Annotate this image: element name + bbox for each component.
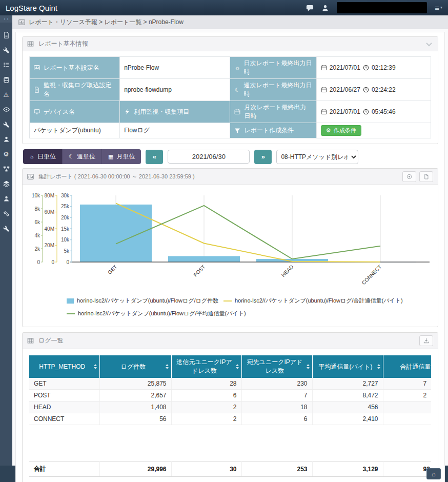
svg-text:0: 0 bbox=[37, 259, 40, 265]
svg-text:10k: 10k bbox=[32, 193, 40, 198]
sidebar-item-users[interactable] bbox=[0, 132, 12, 147]
alert-triangle-icon: ⚠ bbox=[4, 92, 9, 98]
table-cell bbox=[383, 413, 431, 425]
calendar-icon bbox=[321, 87, 327, 93]
sort-icon bbox=[94, 364, 97, 369]
sidebar-item-monitoring-eye[interactable] bbox=[0, 102, 12, 117]
weekly-unit-button[interactable]: ☾週単位 bbox=[62, 149, 101, 164]
sort-icon bbox=[377, 364, 380, 369]
column-header-3[interactable]: 宛先ユニークIPアドレス数 bbox=[241, 355, 312, 378]
svg-text:15k: 15k bbox=[61, 226, 70, 232]
total-cell: 3,129 bbox=[312, 461, 383, 477]
sidebar-item-maintenance-wrench[interactable] bbox=[0, 221, 12, 236]
sort-icon bbox=[307, 364, 310, 369]
users-icon bbox=[3, 136, 10, 143]
column-label: HTTP_METHOD bbox=[39, 363, 85, 370]
sidebar-item-tools-wrench[interactable] bbox=[0, 43, 12, 57]
column-header-5[interactable]: 合計通信量(バイト) bbox=[383, 355, 431, 378]
sort-icon bbox=[166, 364, 169, 369]
svg-text:8k: 8k bbox=[34, 206, 40, 212]
table-cell: 2 bbox=[171, 401, 241, 413]
sun-icon: ☼ bbox=[234, 65, 240, 71]
report-file-icon bbox=[3, 32, 10, 38]
username-redacted-box bbox=[337, 2, 427, 13]
monthly-unit-button[interactable]: ▦月単位 bbox=[101, 149, 141, 164]
breadcrumb[interactable]: レポート・リソース予報 > レポート一覧 > nProbe-Flow bbox=[12, 15, 448, 29]
report-type-select[interactable]: 08-HTTPメソッド別レポート bbox=[276, 150, 358, 164]
file-icon bbox=[34, 87, 40, 93]
table-cell: GET bbox=[29, 378, 99, 390]
report-name-value: nProbe-Flow bbox=[120, 57, 230, 79]
import-setting-value: nprobe-flowdump bbox=[120, 79, 230, 101]
sidebar-item-alert-triangle[interactable]: ⚠ bbox=[0, 87, 12, 102]
sidebar-item-integration-nodes[interactable] bbox=[0, 162, 12, 176]
table-cell: 2,410 bbox=[312, 413, 383, 425]
log-table-wrapper: HTTP_METHODログ件数送信元ユニークIPアドレス数宛先ユニークIPアドレ… bbox=[29, 355, 431, 477]
daily-output-label-cell: ☼日次レポート最終出力日時 bbox=[230, 57, 316, 79]
summary-chart: 02k4k6k8k10k020M40M60M80M05k10k15k20k25k… bbox=[23, 185, 438, 292]
menu-icon[interactable]: ≡▾ bbox=[435, 4, 442, 12]
sidebar-item-layers[interactable] bbox=[0, 176, 12, 191]
column-header-4[interactable]: 平均通信量(バイト) bbox=[312, 355, 383, 378]
table-row[interactable]: POST2,657678,4722 bbox=[29, 390, 431, 401]
monthly-output-value: 2021/07/0105:45:46 bbox=[321, 108, 426, 115]
summary-chart-svg: 02k4k6k8k10k020M40M60M80M05k10k15k20k25k… bbox=[26, 189, 431, 290]
legend-item: horino-lsc2//パケットダンプ(ubuntu)/Flowログ/合計通信… bbox=[223, 297, 403, 305]
column-label: ログ件数 bbox=[121, 363, 146, 370]
pdf-file-icon bbox=[423, 174, 429, 179]
sidebar: ‹› ⚠⚙ bbox=[0, 15, 12, 466]
summary-chart-panel: 集計レポート ( 2021-06-30 00:00:00 ～ 2021-06-3… bbox=[22, 168, 438, 327]
column-header-2[interactable]: 送信元ユニークIPアドレス数 bbox=[171, 355, 241, 378]
legend-swatch bbox=[67, 298, 74, 304]
creation-condition-button[interactable]: ⚙作成条件 bbox=[321, 125, 361, 136]
sidebar-item-system-gears[interactable] bbox=[0, 206, 12, 221]
sidebar-item-report-file[interactable] bbox=[0, 28, 12, 43]
sidebar-item-database[interactable] bbox=[0, 72, 12, 87]
next-date-button[interactable]: » bbox=[254, 150, 272, 164]
table-row[interactable]: HEAD1,408218456 bbox=[29, 401, 431, 413]
messages-icon[interactable] bbox=[306, 4, 314, 12]
svg-text:GET: GET bbox=[107, 264, 118, 275]
monitoring-eye-icon bbox=[3, 106, 10, 113]
usage-items-label-cell: 利用監視・収集項目 bbox=[120, 101, 230, 123]
home-button[interactable]: ⌂ bbox=[426, 468, 441, 479]
column-label: 送信元ユニークIPアドレス数 bbox=[176, 358, 232, 374]
sidebar-item-wrench[interactable] bbox=[0, 117, 12, 132]
sidebar-item-list[interactable] bbox=[0, 57, 12, 72]
svg-text:6k: 6k bbox=[34, 219, 40, 225]
table-cell: 8,472 bbox=[312, 390, 383, 401]
menu-caret-icon: ▾ bbox=[440, 6, 442, 10]
column-header-1[interactable]: ログ件数 bbox=[99, 355, 171, 378]
page-card: レポート基本情報 レポート基本設定名 nProbe-Flow ☼日次レポート最終… bbox=[15, 32, 445, 482]
date-input[interactable] bbox=[168, 150, 250, 164]
collapse-chevron-icon[interactable] bbox=[425, 40, 433, 48]
sidebar-item-settings-gear[interactable]: ⚙ bbox=[0, 147, 12, 162]
usage-items-value: Flowログ bbox=[120, 123, 230, 138]
total-cell: 93 bbox=[383, 461, 431, 477]
log-list-panel: ログ一覧 HTTP_METHODログ件数送信元ユニークIPアドレス数宛先ユニーク… bbox=[22, 332, 438, 482]
column-header-0[interactable]: HTTP_METHOD bbox=[29, 355, 99, 378]
total-row: 合計29,996302533,12993 bbox=[29, 461, 431, 477]
prev-date-button[interactable]: « bbox=[146, 150, 163, 164]
user-icon[interactable] bbox=[321, 4, 329, 12]
list-icon bbox=[3, 62, 10, 68]
daily-unit-button[interactable]: ☼日単位 bbox=[23, 149, 62, 164]
total-cell: 253 bbox=[241, 461, 312, 477]
clock-icon bbox=[363, 65, 369, 71]
sidebar-item-operator[interactable] bbox=[0, 191, 12, 206]
table-download-button[interactable] bbox=[419, 335, 433, 346]
svg-text:HEAD: HEAD bbox=[280, 264, 294, 278]
table-row[interactable]: CONNECT56262,410 bbox=[29, 413, 431, 425]
summary-chart-title: 集計レポート ( 2021-06-30 00:00:00 ～ 2021-06-3… bbox=[38, 173, 195, 180]
sidebar-collapse-control[interactable]: ‹› bbox=[0, 15, 12, 23]
chart-export-pdf-button[interactable] bbox=[419, 171, 433, 182]
legend-label: horino-lsc2//パケットダンプ(ubuntu)/Flowログ/平均通信… bbox=[78, 310, 246, 317]
table-cell: 456 bbox=[312, 401, 383, 413]
chart-settings-button[interactable] bbox=[402, 171, 416, 182]
table-cell: 1,408 bbox=[99, 401, 171, 413]
maintenance-wrench-icon bbox=[3, 225, 10, 232]
svg-text:10k: 10k bbox=[61, 237, 70, 243]
svg-text:25k: 25k bbox=[61, 204, 70, 209]
report-name-label-cell: レポート基本設定名 bbox=[30, 57, 120, 79]
table-row[interactable]: GET25,875282302,7277 bbox=[29, 378, 431, 390]
